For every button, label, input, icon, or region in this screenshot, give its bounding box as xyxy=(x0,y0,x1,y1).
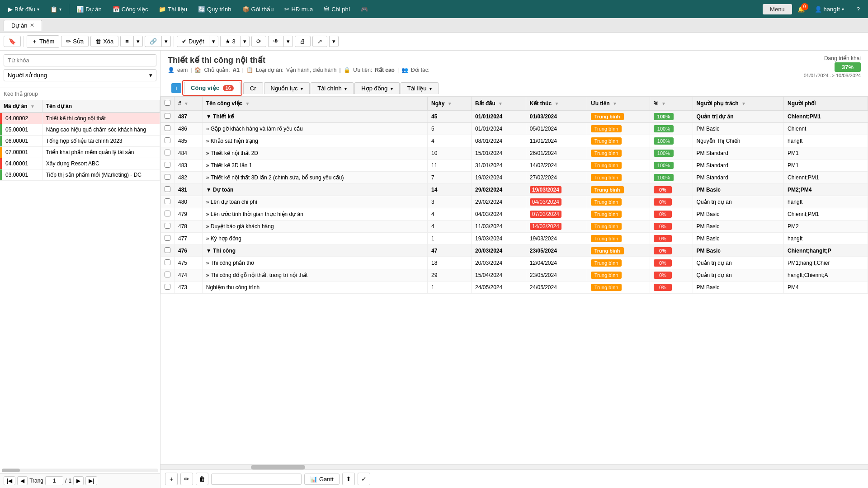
row-checkbox[interactable] xyxy=(165,162,170,168)
user-filter-select[interactable]: Người sử dụng ▾ xyxy=(4,69,156,81)
add-button[interactable]: ＋ Thêm xyxy=(27,35,59,48)
task-row[interactable]: 481 ▼ Dự toán 14 29/02/2024 19/03/2024 T… xyxy=(161,184,868,196)
edit-task-button[interactable]: ✏ xyxy=(180,473,193,485)
task-row[interactable]: 484 » Thiết kế nội thất 2D 10 15/01/2024… xyxy=(161,147,868,160)
row-checkbox[interactable] xyxy=(165,259,170,265)
first-page-button[interactable]: |◀ xyxy=(4,476,15,485)
tab-nguon-luc[interactable]: Nguồn lực ▾ xyxy=(264,82,310,94)
approve-dropdown[interactable]: ▾ xyxy=(209,36,218,47)
project-row[interactable]: 03.00001 Tiếp thị sản phẩm mới (Marketin… xyxy=(0,169,160,181)
star-dropdown[interactable]: ▾ xyxy=(240,36,250,47)
tab-cong-viec[interactable]: Công việc 16 xyxy=(184,82,241,94)
row-checkbox[interactable] xyxy=(165,247,170,253)
sort-batdau-icon[interactable]: ▼ xyxy=(498,101,503,106)
link-dropdown[interactable]: ▾ xyxy=(161,36,171,47)
sort-ketthuc-icon[interactable]: ▼ xyxy=(554,101,559,106)
nav-icon-btn[interactable]: 📋 ▾ xyxy=(46,4,66,14)
nav-chi-phi[interactable]: 🏛 Chi phí xyxy=(319,4,354,14)
print-button[interactable]: 🖨 xyxy=(295,36,311,47)
eye-button[interactable]: 👁 xyxy=(268,36,283,47)
delete-button[interactable]: 🗑 Xóa xyxy=(90,36,118,47)
user-menu[interactable]: 👤 hangIt ▾ xyxy=(810,4,849,14)
project-row[interactable]: 05.00001 Nâng cao hiệu quả chăm sóc khác… xyxy=(0,124,160,136)
page-input[interactable] xyxy=(45,476,63,485)
task-row[interactable]: 483 » Thiết kế 3D lần 1 11 31/01/2024 14… xyxy=(161,160,868,172)
gantt-button[interactable]: 📊 Gantt xyxy=(304,474,340,485)
edit-button[interactable]: ✏ Sửa xyxy=(61,36,89,47)
row-checkbox[interactable] xyxy=(165,235,170,241)
bookmark-button[interactable]: 🔖 xyxy=(4,36,21,47)
task-row[interactable]: 487 ▼ Thiết kế 45 01/01/2024 01/03/2024 … xyxy=(161,111,868,123)
menu-button[interactable]: Menu xyxy=(763,4,792,14)
info-button[interactable]: i xyxy=(171,83,181,93)
task-row[interactable]: 476 ▼ Thi công 47 20/03/2024 23/05/2024 … xyxy=(161,245,868,257)
check-button[interactable]: ✓ xyxy=(358,473,370,485)
task-row[interactable]: 486 » Gặp gỡ khách hàng và làm rõ yêu cầ… xyxy=(161,123,868,135)
tab-tai-chinh[interactable]: Tài chính ▾ xyxy=(311,82,354,94)
task-row[interactable]: 479 » Lên ước tính thời gian thực hiện d… xyxy=(161,208,868,221)
task-table-wrapper[interactable]: # ▼ Tên công việc ▼ Ngày ▼ Bắt đầu ▼ Kết xyxy=(160,96,868,464)
tab-tai-lieu[interactable]: Tài liệu ▾ xyxy=(401,82,439,94)
delete-task-button[interactable]: 🗑 xyxy=(196,473,208,485)
row-checkbox[interactable] xyxy=(165,137,170,143)
project-row[interactable]: 07.00001 Triển khai phần mềm quản lý tài… xyxy=(0,147,160,158)
nav-hd-mua[interactable]: ✂ HĐ mua xyxy=(280,4,317,14)
tab-close-button[interactable]: ✕ xyxy=(30,22,34,28)
list-dropdown[interactable]: ▾ xyxy=(133,36,143,47)
row-checkbox[interactable] xyxy=(165,198,170,204)
task-row[interactable]: 485 » Khảo sát hiện trạng 4 08/01/2024 1… xyxy=(161,135,868,147)
row-checkbox[interactable] xyxy=(165,211,170,216)
list-button[interactable]: ≡ xyxy=(120,36,133,47)
task-row[interactable]: 473 Nghiệm thu công trình 1 24/05/2024 2… xyxy=(161,282,868,294)
task-row[interactable]: 480 » Lên dự toán chi phí 3 29/02/2024 0… xyxy=(161,196,868,208)
prev-page-button[interactable]: ◀ xyxy=(17,476,28,485)
row-checkbox[interactable] xyxy=(165,113,170,119)
project-row[interactable]: 04.00001 Xây dựng Resort ABC xyxy=(0,158,160,169)
nav-quy-trinh[interactable]: 🔄 Quy trình xyxy=(193,4,236,14)
project-row[interactable]: 04.00002 Thiết kế thi công nội thất xyxy=(0,113,160,124)
horizontal-scrollbar[interactable] xyxy=(160,464,868,469)
sort-uutien-icon[interactable]: ▼ xyxy=(613,101,617,106)
eye-dropdown[interactable]: ▾ xyxy=(283,36,293,47)
last-page-button[interactable]: ▶| xyxy=(85,476,97,485)
task-row[interactable]: 477 » Ký hợp đồng 1 19/03/2024 19/03/202… xyxy=(161,233,868,245)
sort-pct-icon[interactable]: ▼ xyxy=(661,101,666,106)
refresh-button[interactable]: ⟳ xyxy=(251,36,266,47)
row-checkbox[interactable] xyxy=(165,186,170,192)
row-checkbox[interactable] xyxy=(165,284,170,290)
more-dropdown[interactable]: ▾ xyxy=(329,36,339,47)
task-search-input[interactable] xyxy=(211,474,302,485)
add-task-button[interactable]: + xyxy=(165,473,178,485)
nav-tai-lieu[interactable]: 📁 Tài liệu xyxy=(154,4,192,14)
tab-hop-dong[interactable]: Hợp đồng ▾ xyxy=(354,82,400,94)
nav-bat-dau[interactable]: ▶ Bắt đầu ▾ xyxy=(4,4,44,14)
upload-button[interactable]: ⬆ xyxy=(342,473,355,485)
link-button[interactable]: 🔗 xyxy=(145,36,161,47)
sidebar-scroll-bar[interactable] xyxy=(2,469,158,472)
help-button[interactable]: ? xyxy=(852,4,864,14)
select-all-checkbox[interactable] xyxy=(165,100,170,106)
next-page-button[interactable]: ▶ xyxy=(73,476,84,485)
row-checkbox[interactable] xyxy=(165,174,170,180)
task-row[interactable]: 475 » Thi công phần thô 18 20/03/2024 12… xyxy=(161,257,868,269)
share-button[interactable]: ↗ xyxy=(312,36,327,47)
sort-icon-code[interactable]: ▼ xyxy=(30,104,35,109)
row-checkbox[interactable] xyxy=(165,125,170,131)
tab-cr[interactable]: Cr xyxy=(243,82,263,94)
row-checkbox[interactable] xyxy=(165,223,170,229)
project-row[interactable]: 06.00001 Tổng hợp số liệu tài chính 2023 xyxy=(0,136,160,147)
approve-button[interactable]: ✔ Duyệt xyxy=(177,36,209,47)
sort-npt-icon[interactable]: ▼ xyxy=(741,101,746,106)
notification-button[interactable]: 🔔 0 xyxy=(796,4,807,14)
nav-du-an[interactable]: 📊 Dự án xyxy=(72,4,106,14)
sort-ngay-icon[interactable]: ▼ xyxy=(448,101,452,106)
task-row[interactable]: 474 » Thi công đồ gỗ nội thất, trang trí… xyxy=(161,269,868,282)
task-row[interactable]: 482 » Thiết kế nội thất 3D lần 2 (chỉnh … xyxy=(161,172,868,184)
keyword-input[interactable] xyxy=(4,54,156,66)
nav-goi-thau[interactable]: 📦 Gói thầu xyxy=(238,4,278,14)
star-button[interactable]: ★ 3 xyxy=(220,36,240,47)
nav-cong-viec[interactable]: 📅 Công việc xyxy=(108,4,153,14)
sort-id-icon[interactable]: ▼ xyxy=(184,101,189,106)
tab-du-an[interactable]: Dự án ✕ xyxy=(4,20,42,31)
row-checkbox[interactable] xyxy=(165,150,170,155)
